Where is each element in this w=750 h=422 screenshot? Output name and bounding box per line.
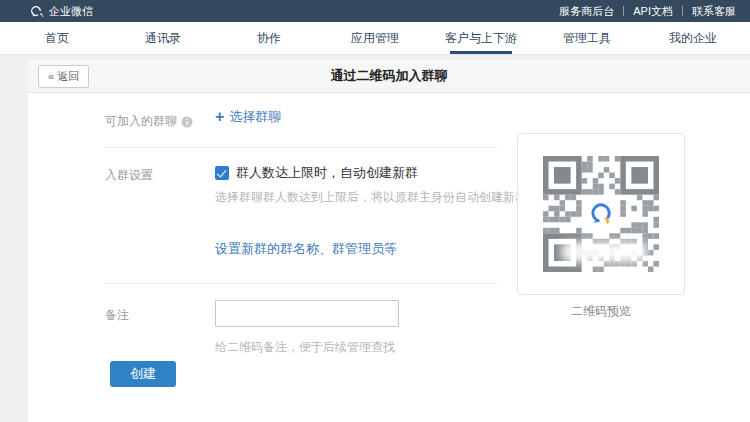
toplink-contact-support[interactable]: 联系客服 [692,4,736,19]
toplink-api-docs[interactable]: API文档 [633,4,673,19]
remark-label: 备注 [105,307,129,324]
choose-group-label: 选择群聊 [229,108,281,126]
join-settings-label: 入群设置 [105,167,153,184]
back-button[interactable]: « 返回 [38,65,89,88]
plus-icon: + [215,109,224,125]
main-content: « 返回 通过二维码加入群聊 可加入的群聊 + 选择群聊 [0,55,750,422]
topbar-separator [623,6,624,16]
qr-preview-card [517,133,685,295]
auto-create-label: 群人数达上限时，自动创建新群 [236,164,418,182]
divider [105,283,497,284]
choose-group-link[interactable]: + 选择群聊 [215,108,281,126]
auto-create-helper-text: 选择群聊群人数达到上限后，将以原群主身份自动创建新群 [215,189,527,206]
qr-preview-caption: 二维码预览 [517,303,685,320]
nav-item-collaboration[interactable]: 协作 [216,22,322,54]
topbar-separator [682,6,683,16]
create-button[interactable]: 创建 [110,361,176,387]
back-chevrons-icon: « [48,70,54,82]
nav-item-customers[interactable]: 客户与上下游 [428,22,534,54]
panel-header: « 返回 通过二维码加入群聊 [28,60,750,93]
new-group-settings-link[interactable]: 设置新群的群名称、群管理员等 [215,240,397,258]
nav-item-my-company[interactable]: 我的企业 [640,22,746,54]
content-panel: « 返回 通过二维码加入群聊 可加入的群聊 + 选择群聊 [28,60,750,422]
auto-create-group-option[interactable]: 群人数达上限时，自动创建新群 [215,164,418,182]
topbar-links: 服务商后台 API文档 联系客服 [559,4,736,19]
auto-create-checkbox[interactable] [215,166,229,180]
qr-blur-overlay [561,242,647,262]
nav-item-admin-tools[interactable]: 管理工具 [534,22,640,54]
topbar: 企业微信 服务商后台 API文档 联系客服 [0,0,750,22]
brand-name: 企业微信 [49,4,93,19]
back-label: 返回 [57,69,79,84]
wecom-logo-icon [30,5,44,18]
wecom-qr-center-logo-icon [582,195,620,233]
nav-item-app-management[interactable]: 应用管理 [322,22,428,54]
toplink-service-provider[interactable]: 服务商后台 [559,4,614,19]
form-area: 可加入的群聊 + 选择群聊 入群设置 群人数 [28,93,750,422]
divider [105,147,497,148]
main-navbar: 首页 通讯录 协作 应用管理 客户与上下游 管理工具 我的企业 [0,22,750,55]
info-icon[interactable] [181,116,193,128]
nav-item-home[interactable]: 首页 [4,22,110,54]
remark-helper-text: 给二维码备注，便于后续管理查找 [215,339,395,356]
page-title: 通过二维码加入群聊 [28,67,750,85]
joinable-group-label: 可加入的群聊 [105,113,193,130]
qr-code-image [543,156,659,272]
remark-input[interactable] [215,300,399,327]
brand[interactable]: 企业微信 [30,4,93,19]
nav-item-contacts[interactable]: 通讯录 [110,22,216,54]
